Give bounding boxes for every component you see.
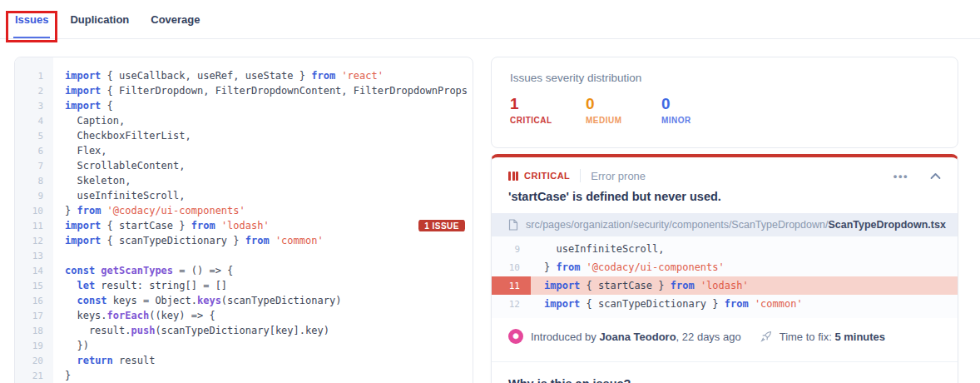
line-number: 15 — [15, 281, 53, 291]
file-path: src/pages/organization/security/componen… — [526, 219, 946, 231]
line-number: 9 — [492, 240, 531, 258]
code-line: 11import { startCase } from 'lodash'1 IS… — [15, 218, 473, 233]
line-number: 10 — [15, 206, 53, 216]
issue-category: Error prone — [591, 170, 646, 182]
code-lines: 1import { useCallback, useRef, useState … — [15, 57, 473, 383]
chevron-up-icon[interactable] — [930, 172, 941, 180]
critical-label: CRITICAL — [510, 116, 586, 125]
line-number: 11 — [15, 221, 53, 231]
rocket-icon — [760, 331, 772, 342]
line-content: Flex, — [53, 145, 473, 157]
code-line: 21} — [15, 368, 473, 383]
code-line: 15 let result: string[] = [] — [15, 278, 473, 293]
line-content: let result: string[] = [] — [53, 280, 473, 291]
code-line: 6 Flex, — [15, 143, 473, 158]
medium-count: 0 — [586, 95, 661, 113]
critical-count: 1 — [510, 95, 586, 113]
minor-count: 0 — [661, 95, 737, 113]
line-number: 11 — [492, 276, 531, 295]
severity-card-title: Issues severity distribution — [510, 72, 939, 84]
line-number: 20 — [15, 356, 53, 366]
line-content: import { scanTypeDictionary } from 'comm… — [53, 235, 473, 246]
author-name: Joana Teodoro — [599, 331, 676, 343]
line-content: Caption, — [53, 115, 473, 127]
severity-distribution-card: Issues severity distribution 1 CRITICAL … — [491, 57, 958, 148]
code-line: 19 }) — [15, 338, 473, 353]
code-line: 10} from '@codacy/ui-components' — [492, 258, 958, 276]
stat-critical: 1 CRITICAL — [510, 95, 586, 125]
line-number: 21 — [15, 371, 53, 381]
code-line: 3import { — [15, 98, 473, 113]
code-line: 14const getScanTypes = () => { — [15, 263, 473, 278]
line-number: 10 — [492, 258, 531, 276]
more-options-icon[interactable]: ••• — [893, 171, 908, 182]
file-name: ScanTypeDropdown.tsx — [828, 219, 945, 231]
issue-title: 'startCase' is defined but never used. — [508, 190, 941, 203]
line-number: 5 — [15, 131, 53, 142]
medium-label: MEDIUM — [586, 116, 661, 125]
line-number: 2 — [15, 86, 53, 97]
line-number: 9 — [15, 191, 53, 201]
tab-issues[interactable]: Issues — [13, 0, 50, 38]
line-content: ScrollableContent, — [53, 160, 473, 172]
line-content: useInfiniteScroll, — [53, 190, 473, 201]
line-number: 3 — [15, 101, 53, 112]
severity-stats: 1 CRITICAL 0 MEDIUM 0 MINOR — [510, 95, 939, 125]
line-number: 1 — [15, 71, 53, 82]
line-number: 4 — [15, 116, 53, 127]
code-line: 13 — [15, 248, 473, 263]
line-content: Skeleton, — [53, 175, 473, 187]
line-content: import { useCallback, useRef, useState }… — [53, 70, 473, 82]
line-number: 16 — [15, 296, 53, 306]
code-line: 1import { useCallback, useRef, useState … — [15, 68, 473, 83]
code-line: 9 useInfiniteScroll, — [15, 188, 473, 203]
line-content: }) — [53, 340, 473, 351]
file-icon — [508, 219, 518, 231]
line-content: return result — [53, 355, 473, 366]
line-number: 13 — [15, 251, 53, 261]
line-content: const getScanTypes = () => { — [53, 265, 473, 276]
code-line: 20 return result — [15, 353, 473, 368]
why-issue-heading: Why is this an issue? — [492, 362, 958, 383]
line-content: } from '@codacy/ui-components' — [531, 261, 958, 273]
line-number: 7 — [15, 161, 53, 172]
stat-medium: 0 MEDIUM — [586, 95, 661, 125]
time-to-fix-value: 5 minutes — [834, 331, 885, 343]
line-content: const keys = Object.keys(scanTypeDiction… — [53, 295, 473, 306]
code-line: 17 keys.forEach((key) => { — [15, 308, 473, 323]
code-line: 18 result.push(scanTypeDictionary[key].k… — [15, 323, 473, 338]
issue-header: CRITICAL Error prone ••• 'startCase' is … — [492, 157, 958, 203]
stat-minor: 0 MINOR — [661, 95, 737, 125]
severity-bars-icon — [508, 172, 518, 181]
line-content: result.push(scanTypeDictionary[key].key) — [53, 325, 473, 336]
issue-count-badge[interactable]: 1 ISSUE — [418, 220, 465, 231]
code-line: 5 CheckboxFilterList, — [15, 128, 473, 143]
tab-coverage[interactable]: Coverage — [149, 0, 201, 38]
line-number: 12 — [15, 236, 53, 246]
line-number: 17 — [15, 311, 53, 321]
line-content: keys.forEach((key) => { — [53, 310, 473, 321]
file-path-prefix: src/pages/organization/security/componen… — [526, 219, 828, 231]
line-number: 12 — [492, 295, 531, 313]
line-number: 6 — [15, 146, 53, 157]
line-content: import { startCase } from 'lodash' — [531, 280, 958, 291]
code-line: 7 ScrollableContent, — [15, 158, 473, 173]
code-line: 11import { startCase } from 'lodash' — [492, 276, 958, 295]
line-number: 14 — [15, 266, 53, 276]
line-content: } from '@codacy/ui-components' — [53, 205, 473, 216]
line-content: } — [53, 370, 473, 381]
issue-code-snippet: 9 useInfiniteScroll,10} from '@codacy/ui… — [492, 236, 958, 318]
line-number: 18 — [15, 326, 53, 336]
line-content: import { scanTypeDictionary } from 'comm… — [531, 298, 958, 310]
line-content: import { startCase } from 'lodash'1 ISSU… — [53, 220, 473, 231]
file-path-bar[interactable]: src/pages/organization/security/componen… — [492, 213, 958, 236]
line-number: 19 — [15, 341, 53, 351]
divider — [580, 169, 581, 182]
issue-footer: ✺ Introduced by Joana Teodoro, 22 days a… — [492, 318, 958, 361]
tab-duplication[interactable]: Duplication — [68, 0, 131, 38]
introduced-by-text: Introduced by Joana Teodoro, 22 days ago — [531, 331, 741, 343]
tab-bar: Issues Duplication Coverage — [0, 0, 980, 39]
time-to-fix-text: Time to fix: 5 minutes — [780, 331, 885, 343]
code-line: 4 Caption, — [15, 113, 473, 128]
code-line: 9 useInfiniteScroll, — [492, 240, 958, 258]
